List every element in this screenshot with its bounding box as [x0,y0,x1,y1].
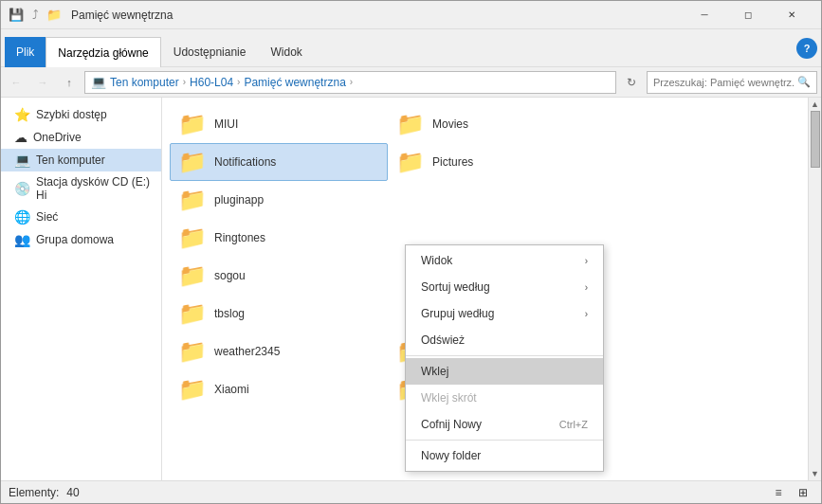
file-name: Ringtones [214,231,265,244]
list-view-button[interactable]: ≡ [768,484,789,501]
breadcrumb-h60[interactable]: H60-L04 [190,76,233,89]
folder-icon: 📁 [178,302,207,325]
network-icon: 🌐 [14,209,30,225]
back-button[interactable]: ← [5,71,27,94]
file-item-miui[interactable]: 📁 MIUI [170,105,388,143]
homegroup-icon: 👥 [14,232,30,247]
tab-plik[interactable]: Plik [5,37,46,67]
this-pc-icon: 💻 [14,153,30,168]
sidebar: ⭐ Szybki dostęp ☁ OneDrive 💻 Ten kompute… [1,98,162,480]
title-folder-icon: 📁 [46,8,62,23]
grid-view-button[interactable]: ⊞ [793,484,813,501]
file-name: weather2345 [214,345,280,358]
up-button[interactable]: ↑ [58,71,81,94]
file-name: MIUI [214,117,238,131]
title-bar-icon-group: 💾 ⤴ 📁 [9,8,62,23]
close-button[interactable]: ✕ [770,1,813,29]
title-folder-up-icon: ⤴ [27,8,43,23]
tab-widok[interactable]: Widok [258,37,314,67]
ctx-wklej[interactable]: Wklej [406,358,603,385]
status-right: ≡ ⊞ [768,484,813,501]
search-bar[interactable]: 🔍 [647,71,817,94]
scroll-thumb[interactable] [811,111,820,168]
ribbon-toolbar: Plik Narzędzia główne Udostępnianie Wido… [1,29,821,67]
cd-drive-icon: 💿 [14,181,30,196]
quick-access-icon: ⭐ [14,107,30,122]
file-item-weather2345[interactable]: 📁 weather2345 [170,333,388,370]
sidebar-item-homegroup[interactable]: 👥 Grupa domowa [1,228,161,251]
elements-count: 40 [66,486,79,499]
breadcrumb-pamiec[interactable]: Pamięć wewnętrzna [244,76,345,89]
file-item-notifications[interactable]: 📁 Notifications [170,143,388,181]
onedrive-icon: ☁ [14,130,27,145]
status-bar: Elementy: 40 ≡ ⊞ [1,480,821,503]
scroll-down-button[interactable]: ▼ [810,467,821,480]
sidebar-item-cd[interactable]: 💿 Stacja dysków CD (E:) Hi [1,171,161,206]
window: 💾 ⤴ 📁 Pamięć wewnętrzna ─ ◻ ✕ Plik Narzę… [0,0,822,504]
minimize-button[interactable]: ─ [683,1,726,29]
file-item-xiaomi[interactable]: 📁 Xiaomi [170,370,388,408]
context-menu: Widok › Sortuj według › Grupuj według › … [405,244,604,472]
ctx-separator-2 [406,440,603,441]
arrow-icon: › [585,309,588,319]
ribbon-tabs: Plik Narzędzia główne Udostępnianie Wido… [5,29,315,67]
ctx-odswiez[interactable]: Odśwież [406,327,603,353]
search-icon: 🔍 [797,76,811,88]
title-bar: 💾 ⤴ 📁 Pamięć wewnętrzna ─ ◻ ✕ [1,1,821,29]
ctx-wklej-skrot[interactable]: Wklej skrót [406,385,603,411]
file-item-tbslog[interactable]: 📁 tbslog [170,295,388,333]
sidebar-item-network[interactable]: 🌐 Sieć [1,206,161,228]
title-controls: ─ ◻ ✕ [683,1,813,29]
file-area: 📁 MIUI 📁 Movies 📁 Notifications 📁 Pictur… [162,98,821,480]
ctx-grupuj[interactable]: Grupuj według › [406,300,603,327]
title-save-icon: 💾 [9,8,24,23]
folder-icon: 📁 [178,226,207,249]
window-title: Pamięć wewnętrzna [67,9,677,22]
address-bar[interactable]: 💻 Ten komputer › H60-L04 › Pamięć wewnęt… [84,71,616,94]
ctx-widok[interactable]: Widok › [406,247,603,274]
sidebar-item-onedrive[interactable]: ☁ OneDrive [1,126,161,149]
ctx-nowy-folder[interactable]: Nowy folder [406,442,603,469]
nav-bar: ← → ↑ 💻 Ten komputer › H60-L04 › Pamięć … [1,67,821,98]
shortcut-label: Ctrl+Z [559,419,588,430]
breadcrumb-ten-komputer[interactable]: Ten komputer [110,76,179,89]
empty-slot-1 [388,181,606,219]
scrollbar[interactable]: ▲ ▼ [808,98,821,480]
folder-icon: 📁 [178,340,207,363]
folder-icon: 📁 [396,151,425,173]
file-item-movies[interactable]: 📁 Movies [388,105,606,143]
arrow-icon: › [585,282,588,293]
folder-icon: 📁 [178,113,207,135]
file-name: Pictures [432,155,473,169]
file-name: tbslog [214,307,245,320]
file-name: pluginapp [214,193,264,207]
maximize-button[interactable]: ◻ [726,1,770,29]
scroll-up-button[interactable]: ▲ [810,98,821,111]
sidebar-item-this-pc[interactable]: 💻 Ten komputer [1,149,161,171]
tab-narzedzia[interactable]: Narzędzia główne [46,37,160,68]
file-name: sogou [214,269,246,282]
file-item-pluginapp[interactable]: 📁 pluginapp [170,181,388,219]
file-item-pictures[interactable]: 📁 Pictures [388,143,606,181]
file-name: Notifications [214,155,276,169]
address-computer-icon: 💻 [91,75,106,89]
file-name: Movies [432,117,468,131]
ctx-separator-1 [406,355,603,356]
arrow-icon: › [585,256,588,266]
forward-button[interactable]: → [31,71,54,94]
folder-icon: 📁 [178,189,207,211]
tab-udostepnianie[interactable]: Udostępnianie [161,37,259,67]
search-input[interactable] [653,77,794,88]
ctx-cofnij[interactable]: Cofnij Nowy Ctrl+Z [406,411,603,438]
file-item-sogou[interactable]: 📁 sogou [170,257,388,295]
sidebar-item-quick-access[interactable]: ⭐ Szybki dostęp [1,103,161,126]
help-button[interactable]: ? [796,38,817,59]
file-item-ringtones[interactable]: 📁 Ringtones [170,219,388,257]
refresh-button[interactable]: ↻ [620,71,643,94]
ctx-sortuj[interactable]: Sortuj według › [406,274,603,300]
folder-icon: 📁 [396,113,425,135]
folder-icon: 📁 [178,151,207,173]
file-name: Xiaomi [214,383,249,396]
folder-icon: 📁 [178,264,207,287]
elements-label: Elementy: [9,486,59,499]
